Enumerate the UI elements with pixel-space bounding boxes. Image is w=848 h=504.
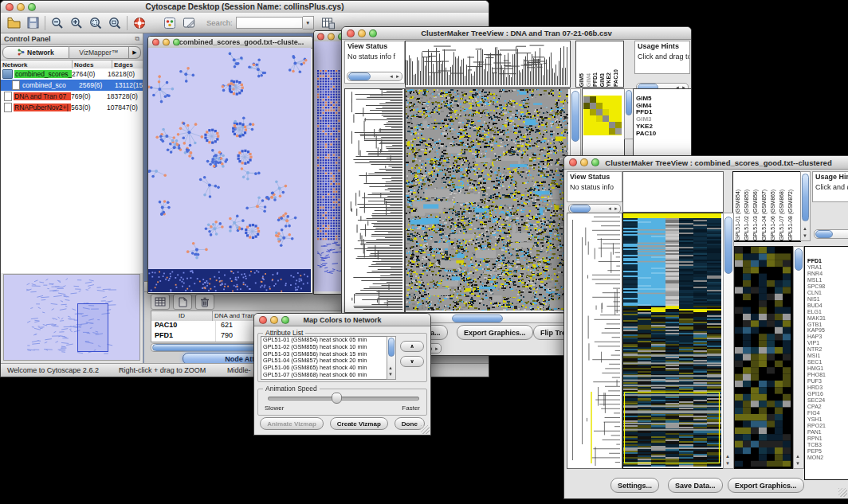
close-button[interactable] [6,3,14,11]
dialog-button[interactable]: Animate Vizmap [260,417,324,430]
column-labels-panel[interactable]: GIM5GIM4PFD1GIM3YKE2PAC10 [575,41,624,88]
zoom-button[interactable] [173,39,180,46]
selection-zoom-heatmap[interactable] [734,246,793,469]
dialog-title-bar[interactable]: Map Colors to Network [254,314,430,326]
zoom-out-icon[interactable] [48,15,67,31]
scroll-down-arrow[interactable]: ▼ [803,232,807,240]
minimize-button[interactable] [358,29,366,37]
network-canvas[interactable] [314,41,342,291]
vscroll-thumb[interactable] [388,338,395,357]
select-attributes-icon[interactable] [151,294,170,310]
speed-slider-thumb[interactable] [332,393,342,404]
attribute-item[interactable]: GPL51-07 (GSM868) heat shock 60 min [263,372,389,379]
new-attribute-icon[interactable] [173,294,192,310]
search-dropdown-button[interactable]: ▼ [303,16,314,29]
zoom-button[interactable] [369,29,377,37]
scroll-left-arrow[interactable]: ◄ [607,205,612,213]
resize-grip[interactable] [838,488,847,497]
annotation-icon[interactable] [179,15,198,31]
resize-grip[interactable] [421,425,430,434]
attribute-browser-icon[interactable] [319,15,338,31]
status-hscroll-thumb[interactable] [348,72,371,80]
close-button[interactable] [317,33,324,40]
attribute-listbox[interactable]: GPL51-01 (GSM854) heat shock 05 minGPL51… [261,336,390,380]
labels-vscrollbar[interactable]: ▲ ▼ [800,171,811,241]
selection-gene-list[interactable]: PFD1YRA1RNR4MSL1SPC98CLN1NIS1BUD4ELG1MAK… [804,246,848,480]
minimize-button[interactable] [17,3,25,11]
row-dendrogram-panel[interactable] [567,213,622,469]
scroll-up-arrow[interactable]: ▲ [803,225,807,232]
combined_scores_[interactable]: combined_scores_ 2764(0) 16218(0) [1,68,143,80]
tab-vizmapper[interactable]: VizMapper™ [69,46,129,59]
tab-network[interactable]: Network [2,46,69,59]
usage-hscroll-thumb[interactable] [815,230,833,238]
scroll-right-arrow[interactable]: ► [614,205,618,213]
heatmap-panel[interactable] [405,88,571,313]
heatmap-vscrollbar[interactable]: ▲ ▼ [723,213,734,469]
zoom-button[interactable] [591,158,599,166]
export-graphics-button[interactable]: Export Graphics... [457,325,533,340]
birdseye-overview[interactable] [3,274,140,361]
help-lifesaver-icon[interactable] [130,15,149,31]
minimize-button[interactable] [270,316,278,324]
zoom-button[interactable] [281,316,289,324]
RNAPuberNov2+|[interactable]: RNAPuberNov2+| 563(0) 107847(0) [1,102,143,113]
vscroll-thumb[interactable] [626,90,632,115]
scroll-down-arrow[interactable]: ▼ [388,371,393,378]
vscroll-thumb[interactable] [795,248,803,271]
close-button[interactable] [259,316,267,324]
treeview1-title-bar[interactable]: ClusterMaker TreeView : DNA and Tran 07-… [342,27,691,40]
row-dendrogram-panel[interactable] [344,88,405,313]
speed-slider-track[interactable] [268,397,419,400]
search-input[interactable] [236,17,303,29]
minimize-button[interactable] [580,158,588,166]
save-session-button[interactable] [23,15,42,31]
settings-button[interactable]: Settings... [610,478,659,493]
close-button[interactable] [152,39,159,46]
zoom-selected-icon[interactable] [86,15,105,31]
move-up-button[interactable]: ∧ [400,341,424,352]
scroll-up-arrow[interactable]: ▲ [795,453,800,460]
zoom-fit-icon[interactable] [105,15,124,31]
tab-overflow-arrow[interactable]: ▶ [129,46,141,59]
column-dendrogram-panel[interactable] [622,171,724,213]
DNA and Tran 07[interactable]: DNA and Tran 07 769(0) 183728(0) [1,91,143,102]
scroll-down-arrow[interactable]: ▼ [795,460,800,467]
move-down-button[interactable]: ∨ [400,356,424,367]
close-button[interactable] [347,29,355,37]
vscroll-thumb[interactable] [724,217,732,274]
list-vscrollbar[interactable]: ▲ ▼ [387,336,396,380]
zoom-vscrollbar[interactable]: ▲ ▼ [793,246,804,469]
network-window-title-bar[interactable]: combined_scores_good.txt--cluste... [148,37,312,49]
scroll-left-arrow[interactable]: ◄ [389,73,394,80]
attr-col-id[interactable]: ID [151,311,213,321]
minimize-button[interactable] [328,33,335,40]
delete-attribute-trash-icon[interactable] [195,294,214,310]
minimize-button[interactable] [163,39,170,46]
vscroll-thumb[interactable] [802,174,809,221]
hscroll-thumb[interactable] [452,315,503,322]
open-session-button[interactable] [4,15,23,31]
vscroll-thumb[interactable] [571,91,579,142]
zoom-button[interactable] [28,3,36,11]
save-data-button[interactable]: Save Data... [668,478,723,493]
column-dendrogram-panel[interactable] [405,41,571,88]
network-canvas[interactable] [148,48,311,292]
export-graphics-button[interactable]: Export Graphics... [728,478,804,493]
scroll-down-arrow[interactable]: ▼ [725,460,730,467]
heatmap-panel[interactable] [622,213,724,469]
combined_sco[interactable]: combined_sco 2569(6) 13112(15) [1,80,143,91]
zoom-in-icon[interactable] [67,15,86,31]
scroll-up-arrow[interactable]: ▲ [725,453,730,460]
main-title-bar[interactable]: Cytoscape Desktop (Session Name: collins… [1,1,489,14]
float-panel-icon[interactable]: ⧉ [135,35,139,43]
scroll-right-arrow[interactable]: ► [434,346,439,353]
column-labels-panel[interactable]: GPL51-01 (GSM854)GPL51-02 (GSM855)GPL51-… [732,171,801,242]
overview-canvas[interactable] [4,275,139,358]
status-hscroll-thumb[interactable] [570,205,591,213]
dialog-button[interactable]: Create Vizmap [330,417,388,430]
treeview2-title-bar[interactable]: ClusterMaker TreeView : combined_scores_… [564,156,848,170]
close-button[interactable] [569,158,577,166]
vizmapper-palette-icon[interactable] [160,15,179,31]
scroll-right-arrow[interactable]: ► [395,73,400,80]
